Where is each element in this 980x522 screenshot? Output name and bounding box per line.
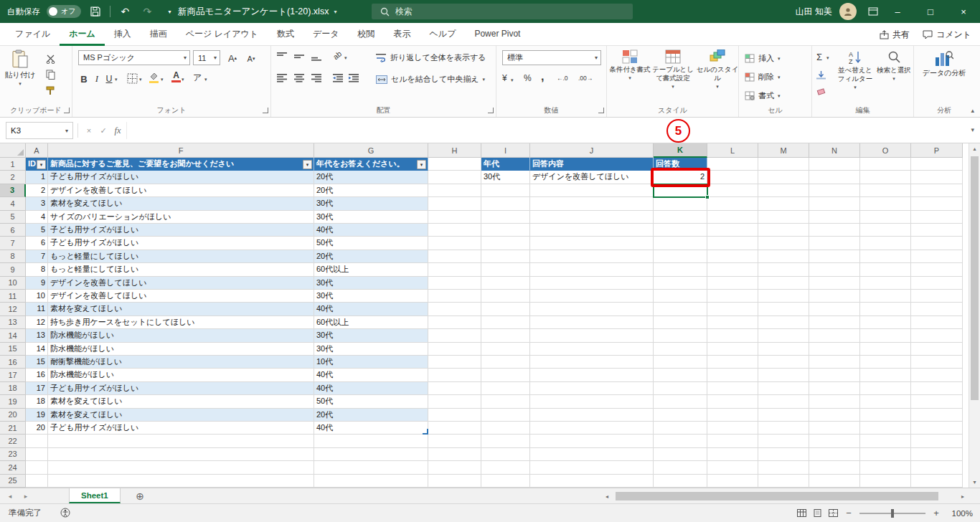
cell-L10[interactable] — [707, 277, 758, 290]
cell-F12[interactable]: 素材を変えてほしい — [48, 303, 314, 315]
cell-K14[interactable] — [654, 329, 707, 342]
cell-M15[interactable] — [758, 343, 809, 356]
bold-icon[interactable]: B — [78, 72, 90, 86]
cell-L9[interactable] — [707, 263, 758, 276]
cell-J18[interactable] — [530, 382, 654, 395]
cell-A24[interactable] — [26, 461, 48, 474]
insert-function-icon[interactable]: fx — [110, 122, 125, 139]
cell-J20[interactable] — [530, 409, 654, 422]
cell-H17[interactable] — [428, 369, 481, 381]
cell-I24[interactable] — [481, 461, 530, 474]
cell-J21[interactable] — [530, 422, 654, 435]
cell-K9[interactable] — [654, 263, 707, 276]
align-top-icon[interactable] — [277, 52, 287, 61]
cell-O6[interactable] — [860, 224, 911, 237]
cell-A9[interactable]: 8 — [26, 263, 48, 276]
cell-G6[interactable]: 40代 — [314, 224, 428, 237]
row-header-23[interactable]: 23 — [0, 448, 26, 461]
cell-F15[interactable]: 防水機能がほしい — [48, 343, 314, 356]
cell-P4[interactable] — [911, 197, 963, 210]
cell-I9[interactable] — [481, 263, 530, 276]
accessibility-icon[interactable] — [60, 508, 70, 518]
cell-G16[interactable]: 10代 — [314, 356, 428, 369]
cell-I12[interactable] — [481, 303, 530, 315]
cell-A2[interactable]: 1 — [26, 171, 48, 184]
cell-A15[interactable]: 14 — [26, 343, 48, 356]
cell-N13[interactable] — [809, 316, 860, 329]
row-header-2[interactable]: 2 — [0, 171, 26, 184]
cell-G2[interactable]: 20代 — [314, 171, 428, 184]
row-header-5[interactable]: 5 — [0, 211, 26, 224]
cell-P10[interactable] — [911, 277, 963, 290]
cell-H21[interactable] — [428, 422, 481, 435]
cell-I20[interactable] — [481, 409, 530, 422]
cell-K16[interactable] — [654, 356, 707, 369]
cell-A3[interactable]: 2 — [26, 184, 48, 197]
cell-J4[interactable] — [530, 197, 654, 210]
currency-format-icon[interactable]: ¥ — [502, 73, 507, 83]
cell-K10[interactable] — [654, 277, 707, 290]
cell-K3[interactable] — [654, 184, 707, 197]
col-header-H[interactable]: H — [428, 143, 481, 158]
row-header-19[interactable]: 19 — [0, 395, 26, 408]
cell-N16[interactable] — [809, 356, 860, 369]
cell-H13[interactable] — [428, 316, 481, 329]
cell-O22[interactable] — [860, 435, 911, 447]
cell-N19[interactable] — [809, 395, 860, 408]
find-select-button[interactable]: 検索と選択 ▾ — [877, 50, 911, 82]
cell-K22[interactable] — [654, 435, 707, 447]
cell-F10[interactable]: デザインを改善してほしい — [48, 277, 314, 290]
vscroll-down-icon[interactable]: ▾ — [969, 477, 980, 488]
comments-button[interactable]: コメント — [923, 29, 971, 41]
cell-N20[interactable] — [809, 409, 860, 422]
cell-A23[interactable] — [26, 448, 48, 461]
cell-M18[interactable] — [758, 382, 809, 395]
cell-L21[interactable] — [707, 422, 758, 435]
cell-L13[interactable] — [707, 316, 758, 329]
row-header-18[interactable]: 18 — [0, 382, 26, 395]
cell-M24[interactable] — [758, 461, 809, 474]
cell-G8[interactable]: 20代 — [314, 250, 428, 263]
cell-A4[interactable]: 3 — [26, 197, 48, 210]
conditional-formatting-button[interactable]: 条件付き書式 ▾ — [608, 49, 651, 82]
cell-H11[interactable] — [428, 290, 481, 303]
cell-M14[interactable] — [758, 329, 809, 342]
cell-A21[interactable]: 20 — [26, 422, 48, 435]
search-box[interactable]: 検索 — [372, 4, 633, 19]
formula-bar-expand-icon[interactable]: ▾ — [971, 126, 974, 133]
ribbon-tab-描画[interactable]: 描画 — [141, 23, 176, 46]
cell-O8[interactable] — [860, 250, 911, 263]
cell-H20[interactable] — [428, 409, 481, 422]
cell-P20[interactable] — [911, 409, 963, 422]
cell-H14[interactable] — [428, 329, 481, 342]
cell-O21[interactable] — [860, 422, 911, 435]
cell-M7[interactable] — [758, 237, 809, 250]
cell-H9[interactable] — [428, 263, 481, 276]
cell-J24[interactable] — [530, 461, 654, 474]
cell-M19[interactable] — [758, 395, 809, 408]
row-header-7[interactable]: 7 — [0, 237, 26, 250]
cell-N1[interactable] — [809, 158, 860, 171]
cell-J19[interactable] — [530, 395, 654, 408]
cell-K2[interactable]: 2 — [654, 171, 707, 184]
cell-K17[interactable] — [654, 369, 707, 381]
cell-M8[interactable] — [758, 250, 809, 263]
zoom-slider[interactable] — [859, 513, 925, 514]
cell-K24[interactable] — [654, 461, 707, 474]
cell-G1[interactable]: 年代をお答えください。▾ — [314, 158, 428, 171]
cell-N15[interactable] — [809, 343, 860, 356]
cell-G9[interactable]: 60代以上 — [314, 263, 428, 276]
cell-I19[interactable] — [481, 395, 530, 408]
cell-J17[interactable] — [530, 369, 654, 381]
cell-P19[interactable] — [911, 395, 963, 408]
cell-K5[interactable] — [654, 211, 707, 224]
cell-O17[interactable] — [860, 369, 911, 381]
row-header-20[interactable]: 20 — [0, 409, 26, 422]
cell-L15[interactable] — [707, 343, 758, 356]
cell-A8[interactable]: 7 — [26, 250, 48, 263]
cell-L4[interactable] — [707, 197, 758, 210]
cell-K18[interactable] — [654, 382, 707, 395]
cell-O19[interactable] — [860, 395, 911, 408]
cell-L17[interactable] — [707, 369, 758, 381]
row-header-8[interactable]: 8 — [0, 250, 26, 263]
